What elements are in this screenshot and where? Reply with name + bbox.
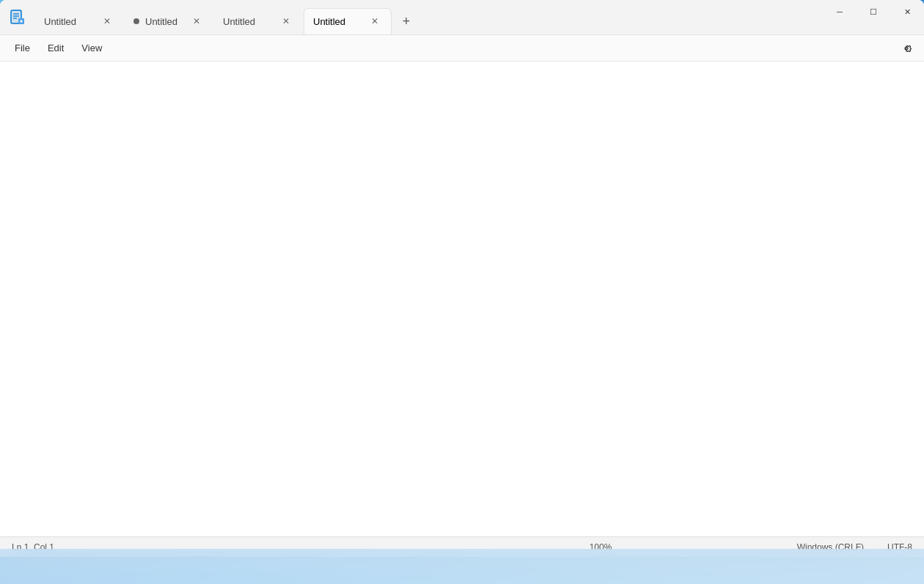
notepad-icon (9, 9, 26, 26)
tab-3-label: Untitled (223, 16, 273, 27)
tab-strip: Untitled ✕ Untitled ✕ Untitled ✕ Untitle… (35, 0, 823, 34)
tab-4-label: Untitled (313, 16, 362, 27)
tab-untitled-2[interactable]: Untitled ✕ (125, 8, 213, 34)
tab-untitled-4[interactable]: Untitled ✕ (304, 8, 392, 34)
notepad-window: Untitled ✕ Untitled ✕ Untitled ✕ Untitle… (0, 0, 924, 557)
editor-textarea[interactable] (0, 62, 924, 536)
window-controls: ─ ☐ ✕ (823, 0, 924, 34)
menu-items: File Edit View (6, 40, 111, 56)
gear-icon (901, 42, 912, 54)
edit-menu[interactable]: Edit (39, 40, 73, 56)
tab-untitled-1[interactable]: Untitled ✕ (35, 8, 123, 34)
tab-1-close-button[interactable]: ✕ (100, 14, 114, 29)
tab-untitled-3[interactable]: Untitled ✕ (214, 8, 302, 34)
tab-3-close-button[interactable]: ✕ (279, 14, 293, 29)
editor-area[interactable] (0, 62, 924, 536)
taskbar (0, 549, 924, 584)
tab-2-unsaved-indicator (133, 18, 139, 24)
new-tab-button[interactable]: + (393, 8, 419, 34)
app-icon-area (0, 0, 35, 35)
tab-1-label: Untitled (44, 16, 94, 27)
settings-button[interactable] (895, 37, 918, 60)
tab-4-close-button[interactable]: ✕ (367, 14, 382, 29)
tab-2-label: Untitled (145, 16, 183, 27)
title-bar: Untitled ✕ Untitled ✕ Untitled ✕ Untitle… (0, 0, 924, 35)
file-menu[interactable]: File (6, 40, 39, 56)
view-menu[interactable]: View (73, 40, 111, 56)
close-button[interactable]: ✕ (890, 0, 924, 23)
minimize-button[interactable]: ─ (823, 0, 857, 23)
menu-bar: File Edit View (0, 35, 924, 62)
maximize-button[interactable]: ☐ (857, 0, 890, 23)
tab-2-close-button[interactable]: ✕ (189, 14, 204, 29)
